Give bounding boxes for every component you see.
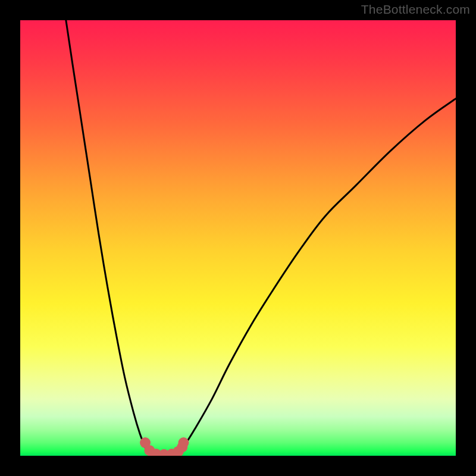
chart-svg [20,20,456,456]
plot-area [20,20,456,456]
valley-marker-dot [178,437,189,448]
valley-markers [140,437,189,456]
chart-frame: TheBottleneck.com [0,0,476,476]
watermark-text: TheBottleneck.com [361,2,470,17]
bottleneck-curve [66,20,456,456]
